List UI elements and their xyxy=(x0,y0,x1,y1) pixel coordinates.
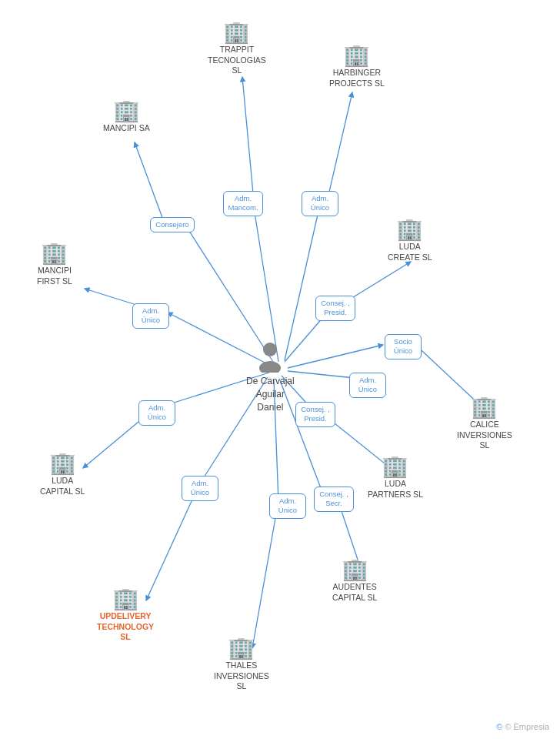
role-consej-presid-2[interactable]: Consej. , Presid. xyxy=(295,402,335,427)
role-adm-unico-5[interactable]: Adm. Único xyxy=(182,476,218,501)
role-adm-unico-2[interactable]: Adm. Único xyxy=(132,303,169,329)
company-calice[interactable]: 🏢 CALICE INVERSIONES SL xyxy=(457,396,512,451)
building-icon: 🏢 xyxy=(223,22,250,43)
company-label: TRAPPIT TECNOLOGIAS SL xyxy=(208,45,266,76)
company-label: MANCIPI SA xyxy=(103,123,150,134)
company-mancipi-sa[interactable]: 🏢 MANCIPI SA xyxy=(103,100,150,134)
building-icon: 🏢 xyxy=(112,588,139,610)
building-icon: 🏢 xyxy=(382,456,408,477)
building-icon: 🏢 xyxy=(471,396,498,418)
company-harbinger[interactable]: 🏢 HARBINGER PROJECTS SL xyxy=(329,45,385,89)
company-luda-create[interactable]: 🏢 LUDA CREATE SL xyxy=(388,219,432,262)
building-icon: 🏢 xyxy=(343,45,370,66)
role-adm-unico-6[interactable]: Adm. Único xyxy=(269,493,306,519)
person-icon xyxy=(253,339,287,373)
company-label: LUDA CAPITAL SL xyxy=(40,476,85,497)
svg-line-3 xyxy=(327,92,352,202)
svg-line-1 xyxy=(242,77,254,202)
person-node[interactable]: De Carvajal Aguilar Daniel xyxy=(246,339,295,413)
role-adm-unico-4[interactable]: Adm. Único xyxy=(138,400,175,426)
company-label: LUDA PARTNERS SL xyxy=(368,479,423,500)
company-audentes[interactable]: 🏢 AUDENTES CAPITAL SL xyxy=(332,559,377,603)
company-luda-capital[interactable]: 🏢 LUDA CAPITAL SL xyxy=(40,453,85,497)
building-icon: 🏢 xyxy=(342,559,368,580)
role-adm-mancom[interactable]: Adm. Mancom. xyxy=(223,191,263,216)
svg-point-23 xyxy=(263,343,277,356)
building-icon: 🏢 xyxy=(228,637,255,659)
building-icon: 🏢 xyxy=(41,242,68,264)
company-label: HARBINGER PROJECTS SL xyxy=(329,68,385,89)
role-consej-secr[interactable]: Consej. , Secr. xyxy=(314,487,354,512)
svg-line-5 xyxy=(135,142,164,222)
building-icon: 🏢 xyxy=(49,453,76,474)
svg-point-24 xyxy=(259,361,281,373)
company-label: MANCIPI FIRST SL xyxy=(37,266,72,286)
building-icon: 🏢 xyxy=(396,219,423,240)
company-updelivery[interactable]: 🏢 UPDELIVERY TECHNOLOGY SL xyxy=(97,588,154,643)
company-trappit[interactable]: 🏢 TRAPPIT TECNOLOGIAS SL xyxy=(208,22,266,76)
company-label: CALICE INVERSIONES SL xyxy=(457,420,512,451)
role-consejero[interactable]: Consejero xyxy=(150,217,195,232)
svg-line-2 xyxy=(285,208,319,360)
watermark: © © Empresia xyxy=(496,722,549,731)
person-name: De Carvajal Aguilar Daniel xyxy=(246,375,295,413)
role-consej-presid-1[interactable]: Consej. , Presid. xyxy=(315,296,355,321)
svg-line-20 xyxy=(252,510,277,648)
svg-line-10 xyxy=(288,345,383,368)
diagram-container: De Carvajal Aguilar Daniel 🏢 TRAPPIT TEC… xyxy=(0,0,560,739)
svg-line-18 xyxy=(146,491,196,600)
company-thales[interactable]: 🏢 THALES INVERSIONES SL xyxy=(214,637,269,692)
company-luda-partners[interactable]: 🏢 LUDA PARTNERS SL xyxy=(368,456,423,500)
company-label: THALES INVERSIONES SL xyxy=(214,660,269,692)
role-adm-unico-1[interactable]: Adm. Único xyxy=(302,191,338,216)
company-label: LUDA CREATE SL xyxy=(388,242,432,262)
svg-line-9 xyxy=(351,262,411,299)
role-socio-unico[interactable]: Socio Único xyxy=(385,334,422,359)
company-label: AUDENTES CAPITAL SL xyxy=(332,582,377,603)
role-adm-unico-3[interactable]: Adm. Único xyxy=(349,373,386,398)
building-icon: 🏢 xyxy=(113,100,140,122)
company-label: UPDELIVERY TECHNOLOGY SL xyxy=(97,611,154,643)
company-mancipi-first[interactable]: 🏢 MANCIPI FIRST SL xyxy=(37,242,72,286)
